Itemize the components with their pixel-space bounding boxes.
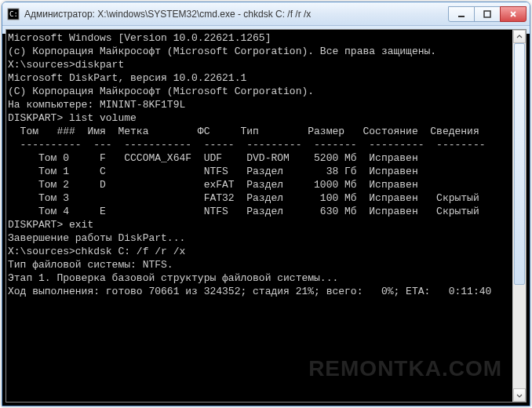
- fs-type-line: Тип файловой системы: NTFS.: [8, 258, 511, 271]
- terminal-output[interactable]: Microsoft Windows [Version 10.0.22621.12…: [6, 30, 512, 402]
- diskpart-computer: На компьютере: MININT-8KF1T9L: [8, 98, 511, 111]
- prompt-line: X:\sources>chkdsk C: /f /r /x: [8, 245, 511, 258]
- table-row: Том 2 D exFAT Раздел 1000 Мб Исправен: [8, 178, 511, 191]
- vertical-scrollbar[interactable]: [512, 30, 526, 402]
- scroll-thumb[interactable]: [514, 43, 525, 285]
- scroll-track[interactable]: [513, 43, 526, 388]
- diskpart-copyright: (C) Корпорация Майкрософт (Microsoft Cor…: [8, 85, 511, 98]
- cmd-window: C: Администратор: X:\windows\SYSTEM32\cm…: [2, 2, 530, 406]
- chevron-down-icon: [516, 392, 523, 399]
- table-divider: ---------- --- ----------- ----- -------…: [8, 138, 511, 151]
- maximize-icon: [483, 10, 491, 18]
- window-title: Администратор: X:\windows\SYSTEM32\cmd.e…: [24, 9, 444, 20]
- table-header: Том ### Имя Метка ФС Тип Размер Состояни…: [8, 125, 511, 138]
- diskpart-prompt: DISKPART> list volume: [8, 111, 511, 125]
- diskpart-exit: Завершение работы DiskPart...: [8, 231, 511, 245]
- stage-line: Этап 1. Проверка базовой структуры файло…: [8, 271, 511, 285]
- table-row: Том 4 E NTFS Раздел 630 Мб Исправен Скры…: [8, 205, 511, 218]
- close-icon: [509, 10, 517, 18]
- minimize-icon: [457, 10, 465, 18]
- table-row: Том 1 C NTFS Раздел 38 Гб Исправен: [8, 165, 511, 178]
- maximize-button[interactable]: [474, 6, 501, 22]
- copyright-line: (c) Корпорация Майкрософт (Microsoft Cor…: [8, 45, 511, 58]
- scroll-up-button[interactable]: [513, 30, 526, 43]
- svg-text:C:: C:: [9, 10, 18, 18]
- window-controls: [449, 6, 527, 22]
- diskpart-prompt: DISKPART> exit: [8, 218, 511, 231]
- table-row: Том 3 FAT32 Раздел 100 Мб Исправен Скрыт…: [8, 191, 511, 205]
- svg-rect-3: [484, 11, 490, 17]
- cmd-icon: C:: [7, 8, 20, 20]
- diskpart-banner: Microsoft DiskPart, версия 10.0.22621.1: [8, 71, 511, 85]
- titlebar[interactable]: C: Администратор: X:\windows\SYSTEM32\cm…: [2, 2, 530, 26]
- progress-line: Ход выполнения: готово 70661 из 324352; …: [8, 285, 511, 298]
- minimize-button[interactable]: [448, 6, 475, 22]
- chevron-up-icon: [516, 34, 523, 40]
- client-area: Microsoft Windows [Version 10.0.22621.12…: [5, 29, 527, 403]
- prompt-line: X:\sources>diskpart: [8, 58, 511, 71]
- table-row: Том 0 F CCCOMA_X64F UDF DVD-ROM 5200 Мб …: [8, 151, 511, 165]
- banner-line: Microsoft Windows [Version 10.0.22621.12…: [8, 31, 511, 45]
- svg-rect-2: [458, 16, 465, 17]
- scroll-down-button[interactable]: [513, 388, 526, 402]
- close-button[interactable]: [500, 6, 527, 22]
